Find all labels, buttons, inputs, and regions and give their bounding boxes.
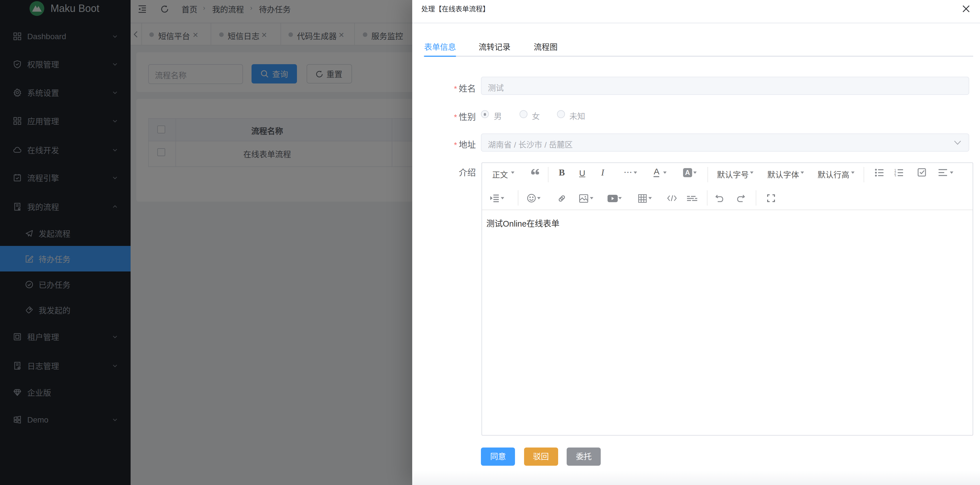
svg-text:3: 3: [894, 174, 896, 177]
